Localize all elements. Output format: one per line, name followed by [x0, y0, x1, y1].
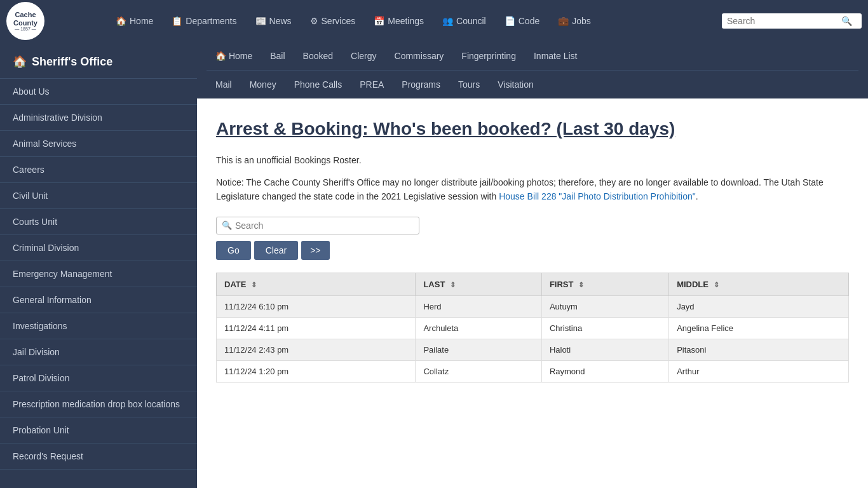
house-bill-link[interactable]: House Bill 228 "Jail Photo Distribution … [499, 191, 696, 201]
go-button[interactable]: Go [216, 241, 251, 260]
nav-council[interactable]: 👥 Council [435, 11, 494, 31]
cell-last-3: Collatz [416, 360, 541, 382]
top-search-input[interactable] [727, 16, 841, 26]
sec-nav-tours[interactable]: Tours [449, 71, 489, 98]
page-layout: 🏠 Sheriff's Office About Us Administrati… [0, 42, 868, 488]
col-first[interactable]: FIRST ⇕ [541, 273, 668, 295]
nav-departments-label: Departments [186, 16, 236, 26]
sidebar-link-about-us[interactable]: About Us [0, 79, 197, 105]
sidebar-link-patrol-division[interactable]: Patrol Division [0, 365, 197, 391]
top-search-container: 🔍 [722, 13, 862, 29]
search-section: 🔍 Go Clear >> [216, 217, 849, 260]
sidebar-item-administrative-division[interactable]: Administrative Division [0, 105, 197, 131]
cell-last-0: Herd [416, 295, 541, 317]
col-middle-label: MIDDLE [677, 280, 709, 289]
nav-code[interactable]: 📄 Code [497, 11, 547, 31]
house-icon: 🏠 [13, 55, 27, 69]
booking-search-input[interactable] [235, 220, 414, 231]
sidebar-link-records-request[interactable]: Record's Request [0, 444, 197, 470]
sec-nav-fingerprinting[interactable]: Fingerprinting [452, 42, 525, 70]
code-icon: 📄 [505, 16, 515, 26]
sidebar-item-investigations[interactable]: Investigations [0, 313, 197, 339]
cell-first-0: Autuym [541, 295, 668, 317]
sec-nav-bail-label: Bail [270, 51, 285, 61]
sidebar-link-emergency-management[interactable]: Emergency Management [0, 261, 197, 287]
sidebar-link-jail-division[interactable]: Jail Division [0, 339, 197, 365]
sec-nav-inmate-list-label: Inmate List [534, 51, 577, 61]
sidebar-item-jail-division[interactable]: Jail Division [0, 339, 197, 365]
sidebar-item-civil-unit[interactable]: Civil Unit [0, 183, 197, 209]
logo-text-county: County [13, 19, 37, 27]
next-button[interactable]: >> [301, 241, 329, 260]
sidebar-item-about-us[interactable]: About Us [0, 79, 197, 105]
col-last[interactable]: LAST ⇕ [416, 273, 541, 295]
sec-nav-phone-calls[interactable]: Phone Calls [285, 71, 351, 98]
page-title: Arrest & Booking: Who's been booked? (La… [216, 118, 849, 140]
sidebar-item-records-request[interactable]: Record's Request [0, 444, 197, 470]
nav-news[interactable]: 📰 News [248, 11, 299, 31]
sidebar-item-criminal-division[interactable]: Criminal Division [0, 235, 197, 261]
sidebar-item-careers[interactable]: Careers [0, 157, 197, 183]
sidebar-item-patrol-division[interactable]: Patrol Division [0, 365, 197, 391]
sidebar-link-careers[interactable]: Careers [0, 157, 197, 183]
clear-button[interactable]: Clear [254, 241, 298, 260]
nav-home[interactable]: 🏠 Home [108, 11, 161, 31]
nav-departments[interactable]: 📋 Departments [164, 11, 244, 31]
table-row: 11/12/24 2:43 pm Pailate Haloti Pitasoni [217, 339, 849, 360]
sidebar-title: 🏠 Sheriff's Office [0, 42, 197, 79]
sec-nav-clergy-label: Clergy [351, 51, 376, 61]
sidebar-item-emergency-management[interactable]: Emergency Management [0, 261, 197, 287]
sec-nav-commissary[interactable]: Commissary [386, 42, 453, 70]
sec-nav-bail[interactable]: Bail [261, 42, 294, 70]
content-body: Arrest & Booking: Who's been booked? (La… [197, 98, 868, 402]
nav-news-label: News [269, 16, 292, 26]
sidebar-item-courts-unit[interactable]: Courts Unit [0, 209, 197, 235]
sidebar-link-civil-unit[interactable]: Civil Unit [0, 183, 197, 209]
sidebar-link-investigations[interactable]: Investigations [0, 313, 197, 339]
sec-nav-money[interactable]: Money [241, 71, 285, 98]
sec-nav-booked[interactable]: Booked [294, 42, 342, 70]
top-navigation: Cache County — 1857 — 🏠 Home 📋 Departmen… [0, 0, 868, 42]
sec-nav-clergy[interactable]: Clergy [342, 42, 385, 70]
news-icon: 📰 [255, 16, 266, 26]
departments-icon: 📋 [172, 16, 182, 26]
sec-nav-visitation-label: Visitation [498, 79, 534, 90]
sec-nav-programs[interactable]: Programs [393, 71, 449, 98]
sidebar-link-prescription[interactable]: Prescription medication drop box locatio… [0, 391, 197, 417]
sidebar-link-administrative-division[interactable]: Administrative Division [0, 105, 197, 131]
sec-nav-home[interactable]: 🏠 Home [207, 42, 261, 70]
nav-jobs[interactable]: 💼 Jobs [550, 11, 599, 31]
nav-services[interactable]: ⚙ Services [302, 11, 363, 31]
logo[interactable]: Cache County — 1857 — [6, 2, 95, 40]
sec-nav-booked-label: Booked [303, 51, 333, 61]
sec-nav-mail[interactable]: Mail [207, 71, 241, 98]
nav-services-label: Services [322, 16, 356, 26]
col-date[interactable]: DATE ⇕ [217, 273, 416, 295]
nav-meetings[interactable]: 📅 Meetings [366, 11, 431, 31]
sec-nav-inmate-list[interactable]: Inmate List [525, 42, 586, 70]
sidebar-link-animal-services[interactable]: Animal Services [0, 131, 197, 157]
col-middle[interactable]: MIDDLE ⇕ [669, 273, 849, 295]
search-icon-small: 🔍 [222, 220, 232, 230]
sidebar-item-general-information[interactable]: General Information [0, 287, 197, 313]
sidebar: 🏠 Sheriff's Office About Us Administrati… [0, 42, 197, 488]
table-header: DATE ⇕ LAST ⇕ FIRST ⇕ MIDDLE [217, 273, 849, 295]
sidebar-item-prescription[interactable]: Prescription medication drop box locatio… [0, 391, 197, 417]
sec-nav-money-label: Money [250, 79, 276, 90]
nav-jobs-label: Jobs [572, 16, 591, 26]
sidebar-link-courts-unit[interactable]: Courts Unit [0, 209, 197, 235]
sidebar-link-criminal-division[interactable]: Criminal Division [0, 235, 197, 261]
sidebar-item-animal-services[interactable]: Animal Services [0, 131, 197, 157]
cell-last-1: Archuleta [416, 317, 541, 339]
sidebar-item-probation-unit[interactable]: Probation Unit [0, 417, 197, 444]
sec-nav-prea[interactable]: PREA [351, 71, 393, 98]
sidebar-link-general-information[interactable]: General Information [0, 287, 197, 313]
nav-council-label: Council [456, 16, 486, 26]
sidebar-link-probation-unit[interactable]: Probation Unit [0, 417, 197, 444]
nav-home-label: Home [130, 16, 153, 26]
sec-nav-phone-calls-label: Phone Calls [294, 79, 342, 90]
cell-last-2: Pailate [416, 339, 541, 360]
sec-nav-visitation[interactable]: Visitation [489, 71, 543, 98]
cell-middle-2: Pitasoni [669, 339, 849, 360]
booking-table: DATE ⇕ LAST ⇕ FIRST ⇕ MIDDLE [216, 273, 849, 383]
